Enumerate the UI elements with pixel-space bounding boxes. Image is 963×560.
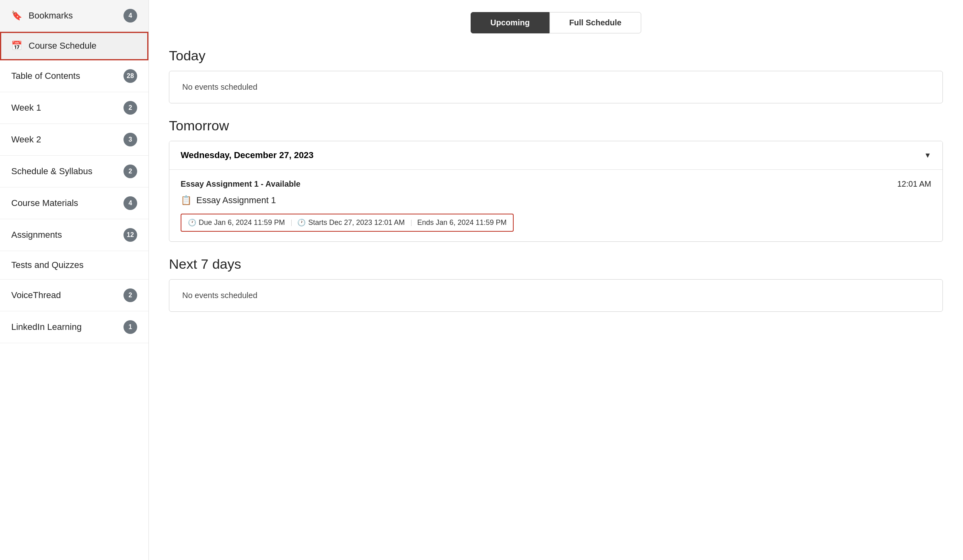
- ends-date-label: Ends Jan 6, 2024 11:59 PM: [417, 218, 506, 227]
- tomorrow-card: Wednesday, December 27, 2023 ▼ Essay Ass…: [169, 141, 943, 242]
- sidebar-item-week-1[interactable]: Week 1 2: [0, 92, 148, 124]
- schedule-tabs: Upcoming Full Schedule: [169, 12, 943, 33]
- starts-date-label: Starts Dec 27, 2023 12:01 AM: [308, 218, 405, 227]
- event-row: Essay Assignment 1 - Available 12:01 AM: [181, 179, 931, 189]
- sidebar-item-label: Assignments: [11, 230, 62, 240]
- sidebar-item-label: Schedule & Syllabus: [11, 166, 93, 177]
- today-title: Today: [169, 48, 943, 64]
- tab-upcoming[interactable]: Upcoming: [471, 12, 549, 33]
- sidebar-item-label: Bookmarks: [29, 10, 73, 21]
- sidebar-item-label: Week 2: [11, 134, 41, 145]
- sidebar: 🔖 Bookmarks 4 📅 Course Schedule Table of…: [0, 0, 149, 560]
- event-time: 12:01 AM: [897, 179, 931, 189]
- today-card: No events scheduled: [169, 71, 943, 103]
- next7days-empty-message: No events scheduled: [169, 280, 942, 311]
- calendar-icon: 📅: [11, 41, 22, 51]
- event-item: 📋 Essay Assignment 1: [181, 195, 931, 206]
- event-dates-box: 🕐 Due Jan 6, 2024 11:59 PM 🕐 Starts Dec …: [181, 214, 514, 232]
- sidebar-badge-schedule: 2: [123, 165, 137, 178]
- sidebar-badge-assignments: 12: [123, 228, 137, 242]
- clock-icon-due: 🕐: [188, 218, 196, 227]
- tomorrow-section: Tomorrow Wednesday, December 27, 2023 ▼ …: [169, 118, 943, 242]
- sidebar-badge-materials: 4: [123, 196, 137, 210]
- tomorrow-title: Tomorrow: [169, 118, 943, 134]
- event-item-name[interactable]: Essay Assignment 1: [196, 195, 276, 206]
- bookmark-icon: 🔖: [11, 10, 22, 21]
- sidebar-badge-linkedin: 1: [123, 320, 137, 334]
- next7days-card: No events scheduled: [169, 279, 943, 312]
- sidebar-item-linkedin[interactable]: LinkedIn Learning 1: [0, 311, 148, 343]
- next7days-section: Next 7 days No events scheduled: [169, 256, 943, 312]
- next7days-title: Next 7 days: [169, 256, 943, 272]
- sidebar-item-bookmarks[interactable]: 🔖 Bookmarks 4: [0, 0, 148, 32]
- sidebar-item-schedule-syllabus[interactable]: Schedule & Syllabus 2: [0, 156, 148, 187]
- tab-full-schedule[interactable]: Full Schedule: [549, 12, 641, 33]
- sidebar-item-label: Course Materials: [11, 198, 78, 208]
- sidebar-item-label: VoiceThread: [11, 290, 61, 301]
- ends-date-entry: Ends Jan 6, 2024 11:59 PM: [408, 218, 506, 227]
- sidebar-item-label: Week 1: [11, 103, 41, 113]
- today-empty-message: No events scheduled: [169, 71, 942, 103]
- sidebar-badge-toc: 28: [123, 69, 137, 83]
- sidebar-item-assignments[interactable]: Assignments 12: [0, 219, 148, 251]
- starts-date-entry: 🕐 Starts Dec 27, 2023 12:01 AM: [288, 218, 405, 227]
- sidebar-badge-bookmarks: 4: [123, 9, 137, 23]
- tomorrow-date: Wednesday, December 27, 2023: [181, 150, 314, 161]
- sidebar-badge-voicethread: 2: [123, 288, 137, 302]
- sidebar-item-voicethread[interactable]: VoiceThread 2: [0, 280, 148, 311]
- main-content: Upcoming Full Schedule Today No events s…: [149, 0, 963, 560]
- sidebar-item-label: Course Schedule: [29, 41, 97, 51]
- sidebar-item-label: LinkedIn Learning: [11, 322, 82, 332]
- chevron-down-icon: ▼: [924, 151, 931, 160]
- sidebar-item-tests-quizzes[interactable]: Tests and Quizzes: [0, 251, 148, 280]
- assignment-icon: 📋: [181, 195, 191, 206]
- sidebar-badge-week2: 3: [123, 133, 137, 146]
- today-section: Today No events scheduled: [169, 48, 943, 103]
- sidebar-item-week-2[interactable]: Week 2 3: [0, 124, 148, 156]
- sidebar-item-course-schedule[interactable]: 📅 Course Schedule: [0, 32, 148, 60]
- clock-icon-starts: 🕐: [297, 218, 306, 227]
- due-date-entry: 🕐 Due Jan 6, 2024 11:59 PM: [188, 218, 285, 227]
- sidebar-item-course-materials[interactable]: Course Materials 4: [0, 187, 148, 219]
- sidebar-item-label: Table of Contents: [11, 71, 80, 81]
- sidebar-item-table-of-contents[interactable]: Table of Contents 28: [0, 60, 148, 92]
- tomorrow-card-body: Essay Assignment 1 - Available 12:01 AM …: [169, 170, 942, 241]
- due-date-label: Due Jan 6, 2024 11:59 PM: [199, 218, 285, 227]
- tomorrow-card-header[interactable]: Wednesday, December 27, 2023 ▼: [169, 141, 942, 170]
- sidebar-badge-week1: 2: [123, 101, 137, 115]
- sidebar-item-label: Tests and Quizzes: [11, 260, 84, 270]
- event-title: Essay Assignment 1 - Available: [181, 179, 300, 189]
